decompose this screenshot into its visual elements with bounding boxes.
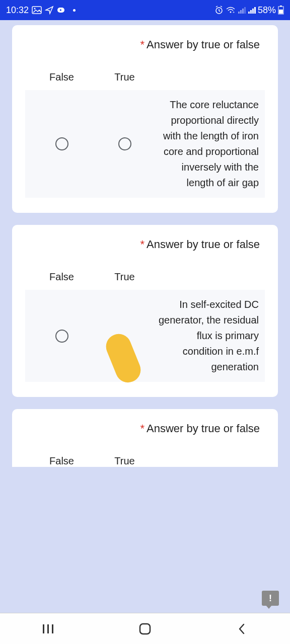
svg-point-1 — [34, 8, 36, 10]
feedback-button[interactable]: ! — [262, 591, 279, 606]
svg-rect-11 — [250, 10, 252, 14]
svg-rect-16 — [279, 10, 283, 14]
wifi-icon: + — [226, 6, 236, 14]
column-headers: False True — [25, 71, 265, 83]
picture-icon — [32, 6, 42, 14]
form-content[interactable]: *Answer by true or false False True The … — [0, 20, 290, 613]
column-headers: False True — [25, 271, 265, 283]
navigation-bar — [0, 613, 290, 644]
status-right: + 58% — [214, 5, 284, 16]
radio-false[interactable] — [55, 330, 68, 343]
question-statement: The core reluctance proportional directl… — [156, 97, 260, 191]
svg-rect-17 — [43, 624, 44, 633]
header-true: True — [93, 455, 156, 467]
question-title-text: Answer by true or false — [147, 238, 260, 251]
question-title: *Answer by true or false — [25, 238, 265, 251]
signal2-icon — [248, 7, 256, 14]
status-left: 10:32 — [6, 5, 76, 16]
svg-rect-9 — [244, 7, 246, 14]
question-title-text: Answer by true or false — [147, 38, 260, 51]
answer-row: In self-excited DC generator, the residu… — [25, 290, 265, 382]
dot-icon — [73, 9, 76, 12]
radio-true[interactable] — [118, 137, 131, 150]
location-icon — [45, 6, 54, 15]
required-mark: * — [140, 422, 144, 435]
svg-rect-6 — [238, 12, 240, 14]
header-true: True — [93, 71, 156, 83]
question-card: *Answer by true or false False True In s… — [12, 225, 278, 397]
status-bar: 10:32 + 58% — [0, 0, 290, 20]
header-false: False — [30, 455, 93, 467]
battery-icon — [278, 6, 284, 15]
status-battery: 58% — [258, 5, 276, 16]
svg-rect-13 — [254, 7, 256, 14]
column-headers: False True — [25, 455, 265, 467]
svg-rect-10 — [248, 12, 250, 14]
question-statement: In self-excited DC generator, the residu… — [156, 297, 260, 375]
svg-rect-19 — [52, 624, 53, 633]
question-title: *Answer by true or false — [25, 422, 265, 435]
svg-rect-8 — [242, 9, 244, 14]
back-button[interactable] — [211, 622, 272, 635]
svg-point-4 — [230, 12, 231, 13]
annotation-mark — [102, 330, 144, 386]
svg-rect-12 — [252, 9, 254, 14]
required-mark: * — [140, 38, 144, 51]
home-button[interactable] — [115, 622, 175, 635]
question-card: *Answer by true or false False True — [12, 409, 278, 467]
question-card: *Answer by true or false False True The … — [12, 25, 278, 213]
video-icon — [57, 7, 68, 14]
svg-text:+: + — [233, 11, 235, 14]
signal-icon — [238, 7, 246, 14]
status-time: 10:32 — [6, 5, 29, 16]
svg-rect-20 — [140, 624, 150, 634]
recent-apps-button[interactable] — [18, 623, 79, 634]
svg-rect-18 — [47, 624, 49, 633]
required-mark: * — [140, 238, 144, 251]
radio-false[interactable] — [55, 137, 68, 150]
header-true: True — [93, 271, 156, 283]
answer-row: The core reluctance proportional directl… — [25, 90, 265, 198]
question-title-text: Answer by true or false — [147, 422, 260, 435]
question-title: *Answer by true or false — [25, 38, 265, 51]
header-false: False — [30, 271, 93, 283]
header-false: False — [30, 71, 93, 83]
svg-rect-7 — [240, 10, 242, 14]
alarm-icon — [214, 6, 224, 15]
exclaim-icon: ! — [269, 593, 272, 604]
